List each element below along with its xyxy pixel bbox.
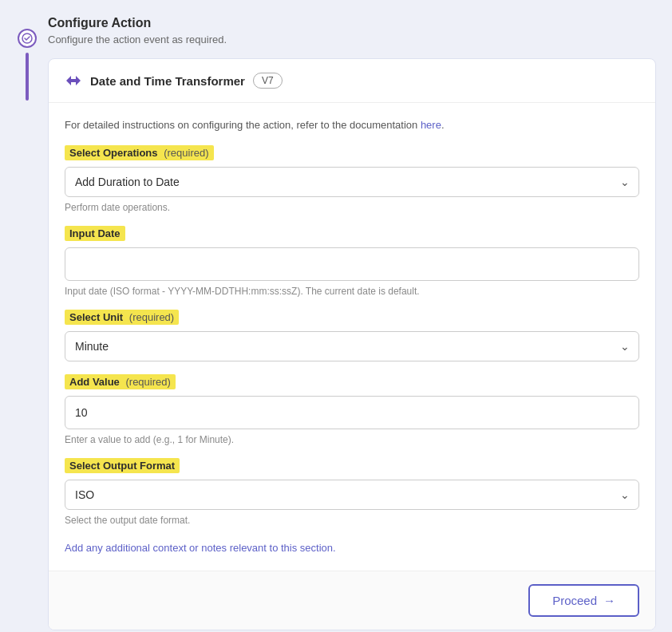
add-value-label: Add Value (required) xyxy=(65,374,176,389)
add-value-input[interactable] xyxy=(65,396,639,429)
page-wrapper: Configure Action Configure the action ev… xyxy=(16,16,656,630)
step-connector xyxy=(26,53,29,101)
configure-action-card: Date and Time Transformer V7 For detaile… xyxy=(48,58,656,630)
arrow-icon: → xyxy=(603,594,615,607)
card-body: For detailed instructions on configuring… xyxy=(49,103,655,571)
add-context-link[interactable]: Add any additional context or notes rele… xyxy=(65,542,336,554)
step-icon xyxy=(18,29,37,48)
transformer-icon xyxy=(65,72,82,89)
select-unit-wrapper: Minute Hour Day Week Month Year ⌄ xyxy=(65,331,639,361)
add-value-helper: Enter a value to add (e.g., 1 for Minute… xyxy=(65,434,639,445)
select-operations-helper: Perform date operations. xyxy=(65,202,639,213)
select-unit-label: Select Unit (required) xyxy=(65,310,179,325)
select-operations-input[interactable]: Add Duration to Date Subtract Duration f… xyxy=(65,167,639,197)
select-output-format-helper: Select the output date format. xyxy=(65,515,639,526)
select-unit-required: (required) xyxy=(129,311,174,323)
select-operations-label: Select Operations (required) xyxy=(65,145,214,160)
select-unit-input[interactable]: Minute Hour Day Week Month Year xyxy=(65,331,639,361)
select-output-format-group: Select Output Format ISO UTC Local Custo… xyxy=(65,458,639,526)
select-output-format-label: Select Output Format xyxy=(65,458,180,473)
version-badge: V7 xyxy=(253,73,283,89)
input-date-field[interactable] xyxy=(65,247,639,281)
add-value-required: (required) xyxy=(125,376,170,388)
input-date-label: Input Date xyxy=(65,226,125,241)
select-operations-group: Select Operations (required) Add Duratio… xyxy=(65,145,639,213)
card-header: Date and Time Transformer V7 xyxy=(49,59,655,103)
transformer-name: Date and Time Transformer xyxy=(90,74,245,88)
card-footer: Proceed → xyxy=(49,571,655,630)
select-unit-group: Select Unit (required) Minute Hour Day W… xyxy=(65,310,639,361)
proceed-button[interactable]: Proceed → xyxy=(528,584,639,617)
documentation-link[interactable]: here xyxy=(421,119,441,131)
select-output-format-input[interactable]: ISO UTC Local Custom xyxy=(65,480,639,510)
add-value-group: Add Value (required) Enter a value to ad… xyxy=(65,374,639,445)
main-content: Configure Action Configure the action ev… xyxy=(38,16,656,630)
select-operations-wrapper: Add Duration to Date Subtract Duration f… xyxy=(65,167,639,197)
input-date-helper: Input date (ISO format - YYYY-MM-DDTHH:m… xyxy=(65,286,639,297)
page-subtitle: Configure the action event as required. xyxy=(48,34,656,45)
select-operations-required: (required) xyxy=(164,147,208,159)
input-date-group: Input Date Input date (ISO format - YYYY… xyxy=(65,226,639,297)
page-title: Configure Action xyxy=(48,16,656,30)
left-rail xyxy=(16,16,38,630)
select-output-format-wrapper: ISO UTC Local Custom ⌄ xyxy=(65,480,639,510)
info-text: For detailed instructions on configuring… xyxy=(65,119,639,131)
